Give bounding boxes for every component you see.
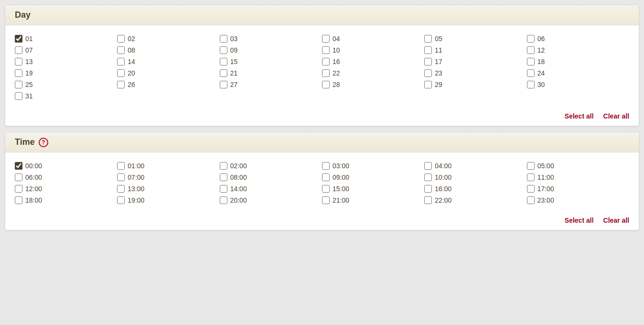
day-checkbox[interactable] xyxy=(15,46,22,54)
day-checkbox[interactable] xyxy=(117,35,125,43)
time-checkbox[interactable] xyxy=(527,196,535,204)
time-checkbox[interactable] xyxy=(424,185,432,193)
day-checkbox-item[interactable]: 18 xyxy=(527,58,629,65)
time-checkbox-item[interactable]: 21:00 xyxy=(322,196,424,204)
day-checkbox-item[interactable]: 29 xyxy=(424,81,526,88)
time-checkbox-item[interactable]: 06:00 xyxy=(15,173,117,181)
day-checkbox-item[interactable]: 13 xyxy=(15,58,117,65)
time-checkbox[interactable] xyxy=(15,185,22,193)
day-checkbox-item[interactable]: 15 xyxy=(220,58,322,65)
day-checkbox-item[interactable]: 21 xyxy=(220,69,322,77)
time-checkbox-item[interactable]: 03:00 xyxy=(322,162,424,170)
day-checkbox-item[interactable]: 03 xyxy=(220,35,322,43)
time-checkbox[interactable] xyxy=(15,162,22,170)
day-checkbox-item[interactable]: 06 xyxy=(527,35,629,43)
time-clear-all-button[interactable]: Clear all xyxy=(603,217,629,224)
time-checkbox[interactable] xyxy=(220,196,227,204)
time-checkbox[interactable] xyxy=(220,185,227,193)
day-checkbox-item[interactable]: 14 xyxy=(117,58,219,65)
day-checkbox[interactable] xyxy=(117,81,125,88)
day-checkbox[interactable] xyxy=(322,58,330,65)
time-checkbox[interactable] xyxy=(117,196,125,204)
day-checkbox-item[interactable]: 07 xyxy=(15,46,117,54)
day-checkbox-item[interactable]: 19 xyxy=(15,69,117,77)
time-checkbox-item[interactable]: 05:00 xyxy=(527,162,629,170)
day-checkbox[interactable] xyxy=(424,81,432,88)
time-checkbox-item[interactable]: 01:00 xyxy=(117,162,219,170)
time-checkbox-item[interactable]: 09:00 xyxy=(322,173,424,181)
time-checkbox-item[interactable]: 18:00 xyxy=(15,196,117,204)
day-checkbox[interactable] xyxy=(220,58,227,65)
day-checkbox[interactable] xyxy=(424,58,432,65)
time-checkbox[interactable] xyxy=(527,162,535,170)
day-checkbox[interactable] xyxy=(424,69,432,77)
time-checkbox-item[interactable]: 07:00 xyxy=(117,173,219,181)
day-clear-all-button[interactable]: Clear all xyxy=(603,112,629,120)
day-checkbox-item[interactable]: 23 xyxy=(424,69,526,77)
day-checkbox-item[interactable]: 28 xyxy=(322,81,424,88)
day-checkbox[interactable] xyxy=(424,35,432,43)
day-checkbox-item[interactable]: 30 xyxy=(527,81,629,88)
day-checkbox-item[interactable]: 22 xyxy=(322,69,424,77)
time-checkbox[interactable] xyxy=(322,196,330,204)
time-checkbox-item[interactable]: 02:00 xyxy=(220,162,322,170)
time-checkbox-item[interactable]: 19:00 xyxy=(117,196,219,204)
time-checkbox-item[interactable]: 13:00 xyxy=(117,185,219,193)
time-checkbox[interactable] xyxy=(15,196,22,204)
day-checkbox[interactable] xyxy=(15,35,22,43)
day-checkbox-item[interactable]: 04 xyxy=(322,35,424,43)
day-checkbox[interactable] xyxy=(15,69,22,77)
day-checkbox[interactable] xyxy=(527,35,535,43)
time-checkbox-item[interactable]: 14:00 xyxy=(220,185,322,193)
time-checkbox[interactable] xyxy=(15,173,22,181)
day-checkbox-item[interactable]: 11 xyxy=(424,46,526,54)
day-select-all-button[interactable]: Select all xyxy=(565,112,594,120)
time-checkbox[interactable] xyxy=(117,185,125,193)
time-checkbox[interactable] xyxy=(424,196,432,204)
day-checkbox[interactable] xyxy=(424,46,432,54)
time-checkbox[interactable] xyxy=(117,173,125,181)
time-checkbox-item[interactable]: 12:00 xyxy=(15,185,117,193)
day-checkbox[interactable] xyxy=(220,81,227,88)
day-checkbox-item[interactable]: 25 xyxy=(15,81,117,88)
day-checkbox[interactable] xyxy=(527,46,535,54)
day-checkbox[interactable] xyxy=(527,69,535,77)
day-checkbox[interactable] xyxy=(15,81,22,88)
day-checkbox[interactable] xyxy=(322,81,330,88)
day-checkbox[interactable] xyxy=(117,58,125,65)
day-checkbox-item[interactable]: 01 xyxy=(15,35,117,43)
time-checkbox-item[interactable]: 16:00 xyxy=(424,185,526,193)
time-checkbox[interactable] xyxy=(220,162,227,170)
day-checkbox-item[interactable]: 31 xyxy=(15,92,117,100)
time-select-all-button[interactable]: Select all xyxy=(565,217,594,224)
day-checkbox[interactable] xyxy=(117,46,125,54)
day-checkbox[interactable] xyxy=(117,69,125,77)
day-checkbox[interactable] xyxy=(15,58,22,65)
day-checkbox[interactable] xyxy=(322,69,330,77)
day-checkbox-item[interactable]: 27 xyxy=(220,81,322,88)
day-checkbox-item[interactable]: 24 xyxy=(527,69,629,77)
time-checkbox[interactable] xyxy=(220,173,227,181)
day-checkbox-item[interactable]: 17 xyxy=(424,58,526,65)
time-checkbox-item[interactable]: 17:00 xyxy=(527,185,629,193)
time-checkbox[interactable] xyxy=(117,162,125,170)
time-checkbox[interactable] xyxy=(424,162,432,170)
day-checkbox[interactable] xyxy=(220,69,227,77)
day-checkbox[interactable] xyxy=(220,46,227,54)
day-checkbox-item[interactable]: 05 xyxy=(424,35,526,43)
day-checkbox-item[interactable]: 16 xyxy=(322,58,424,65)
time-checkbox-item[interactable]: 10:00 xyxy=(424,173,526,181)
day-checkbox[interactable] xyxy=(220,35,227,43)
time-checkbox-item[interactable]: 20:00 xyxy=(220,196,322,204)
day-checkbox-item[interactable]: 02 xyxy=(117,35,219,43)
day-checkbox[interactable] xyxy=(322,35,330,43)
day-checkbox-item[interactable]: 12 xyxy=(527,46,629,54)
day-checkbox-item[interactable]: 08 xyxy=(117,46,219,54)
day-checkbox-item[interactable]: 10 xyxy=(322,46,424,54)
time-checkbox[interactable] xyxy=(322,185,330,193)
day-checkbox[interactable] xyxy=(322,46,330,54)
day-checkbox[interactable] xyxy=(15,92,22,100)
time-checkbox[interactable] xyxy=(424,173,432,181)
time-checkbox[interactable] xyxy=(527,185,535,193)
time-help-icon[interactable]: ? xyxy=(39,138,48,147)
